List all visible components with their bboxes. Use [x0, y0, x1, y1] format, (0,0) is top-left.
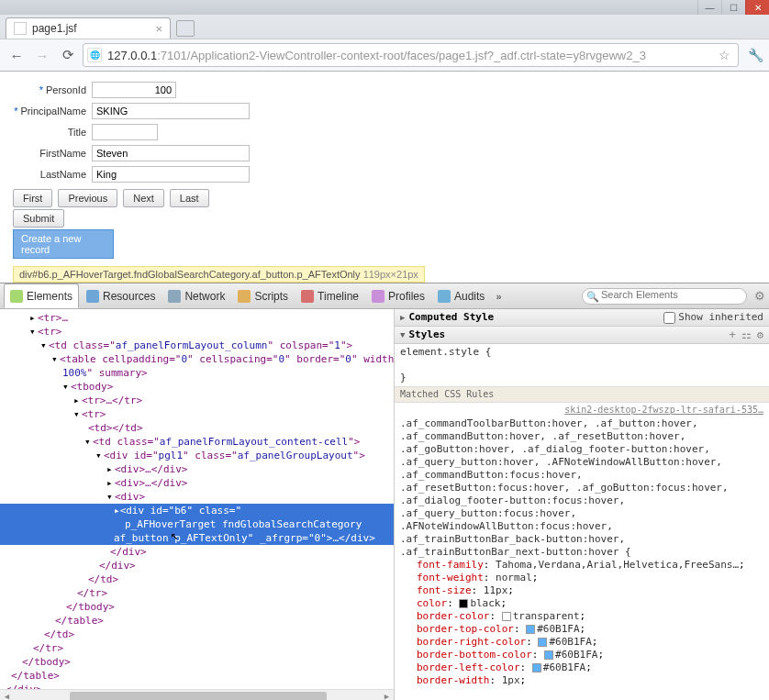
minimize-button[interactable]: — — [697, 0, 721, 15]
maximize-button[interactable]: ☐ — [721, 0, 745, 15]
devtools-tab-scripts[interactable]: Scripts — [232, 283, 294, 308]
show-inherited-checkbox[interactable]: Show inherited — [663, 311, 763, 324]
css-declaration[interactable]: border-top-color: #60B1FA; — [400, 623, 763, 636]
input-last-name[interactable] — [92, 166, 250, 183]
add-rule-icon[interactable]: + — [730, 328, 736, 341]
dom-selected-node[interactable]: ▸<div id="b6" class="p_AFHoverTarget fnd… — [0, 504, 394, 545]
css-selector: .af_resetButton:focus:hover, .af_goButto… — [400, 482, 763, 494]
browser-chrome: — ☐ ✕ page1.jsf × ← → ⟳ 🌐 127.0.0.1:7101… — [0, 0, 769, 72]
devtools-tab-network[interactable]: Network — [162, 283, 230, 308]
disclosure-triangle-icon[interactable]: ▶ — [400, 311, 405, 324]
timeline-icon — [301, 290, 314, 303]
css-declaration[interactable]: font-size: 11px; — [400, 584, 763, 597]
window-controls: — ☐ ✕ — [0, 0, 769, 15]
url-bar[interactable]: 🌐 127.0.0.1:7101/Application2-ViewContro… — [83, 43, 739, 67]
css-declaration[interactable]: border-bottom-color: #60B1FA; — [400, 649, 763, 661]
devtools-search-input[interactable]: 🔍 — [582, 288, 747, 305]
wrench-menu-icon[interactable]: 🔧 — [748, 48, 763, 62]
css-declaration[interactable]: font-weight: normal; — [400, 572, 763, 584]
css-declaration[interactable]: color: black; — [400, 597, 763, 610]
input-first-name[interactable] — [92, 145, 250, 161]
styles-section-header[interactable]: ▼ Styles + ⚏ ⚙ — [395, 327, 769, 344]
devtools-tab-elements[interactable]: Elements — [4, 283, 79, 308]
previous-button[interactable]: Previous — [58, 189, 117, 207]
scroll-thumb[interactable] — [70, 692, 327, 700]
resources-icon — [86, 290, 99, 303]
css-declaration[interactable]: border-left-color: #60B1FA; — [400, 661, 763, 674]
network-icon — [168, 290, 181, 303]
label-title: Title — [13, 127, 86, 138]
devtools-tab-profiles[interactable]: Profiles — [366, 283, 430, 308]
submit-button[interactable]: Submit — [13, 209, 64, 228]
input-person-id[interactable] — [92, 82, 176, 98]
devtools-tab-strip: Elements Resources Network Scripts Timel… — [0, 283, 769, 309]
horizontal-scrollbar[interactable]: ◀ ▶ — [0, 689, 394, 700]
label-first-name: FirstName — [13, 148, 86, 159]
css-declaration[interactable]: border-color: transparent; — [400, 610, 763, 623]
dom-tree[interactable]: ▸<tr>… ▾<tr> ▾<td class="af_panelFormLay… — [0, 309, 395, 700]
new-tab-button[interactable] — [176, 20, 195, 37]
css-selector: .af_trainButtonBar_next-button:hover { — [400, 546, 763, 559]
browser-tab[interactable]: page1.jsf × — [6, 17, 171, 39]
tab-close-icon[interactable]: × — [155, 22, 162, 36]
first-button[interactable]: First — [13, 189, 52, 207]
create-record-button[interactable]: Create a new record — [13, 229, 114, 259]
site-identity-icon[interactable]: 🌐 — [87, 48, 102, 62]
css-selector: .af_commandToolbarButton:hover, .af_butt… — [400, 417, 763, 430]
reload-button[interactable]: ⟳ — [57, 44, 79, 66]
css-selector: .af_commandButton:hover, .af_resetButton… — [400, 430, 763, 443]
css-selector: .af_dialog_footer-button:focus:hover, — [400, 494, 763, 507]
css-selector: .af_query_button:hover, .AFNoteWindowAll… — [400, 456, 763, 469]
page-body: PersonId PrincipalName Title FirstName L… — [0, 72, 769, 268]
devtools-tab-resources[interactable]: Resources — [81, 283, 161, 308]
toggle-state-icon[interactable]: ⚏ — [741, 328, 752, 341]
disclosure-triangle-icon[interactable]: ▼ — [400, 328, 405, 341]
label-principal-name: PrincipalName — [13, 106, 86, 117]
close-window-button[interactable]: ✕ — [745, 0, 769, 15]
devtools-panel: Elements Resources Network Scripts Timel… — [0, 283, 769, 700]
elements-icon — [10, 290, 23, 303]
devtools-tab-timeline[interactable]: Timeline — [295, 283, 364, 308]
profiles-icon — [372, 290, 384, 303]
label-person-id: PersonId — [13, 84, 86, 95]
devtools-tab-audits[interactable]: Audits — [432, 283, 490, 308]
scripts-icon — [238, 290, 251, 303]
css-selector: .af_goButton:hover, .af_dialog_footer-bu… — [400, 443, 763, 456]
css-declaration[interactable]: font-family: Tahoma,Verdana,Arial,Helvet… — [400, 559, 763, 572]
devtools-settings-icon[interactable]: ⚙ — [754, 289, 765, 303]
styles-panel[interactable]: ▶ Computed Style Show inherited ▼ Styles… — [395, 309, 769, 700]
tab-title: page1.jsf — [32, 22, 77, 35]
css-selector: .af_query_button:focus:hover, — [400, 507, 763, 520]
css-selector: .af_trainButtonBar_back-button:hover, — [400, 533, 763, 546]
css-selector: .af_commandButton:focus:hover, — [400, 469, 763, 482]
computed-style-header[interactable]: ▶ Computed Style Show inherited — [395, 309, 769, 327]
gear-icon[interactable]: ⚙ — [757, 328, 763, 341]
input-principal-name[interactable] — [92, 103, 250, 119]
browser-toolbar: ← → ⟳ 🌐 127.0.0.1:7101/Application2-View… — [0, 39, 769, 71]
bookmark-star-icon[interactable]: ☆ — [719, 48, 730, 62]
back-button[interactable]: ← — [6, 44, 28, 66]
next-button[interactable]: Next — [123, 189, 164, 207]
tabs-overflow-icon[interactable]: » — [496, 291, 501, 302]
tab-strip: page1.jsf × — [0, 15, 769, 39]
matched-rules-header: Matched CSS Rules — [395, 386, 769, 403]
scroll-left-icon[interactable]: ◀ — [0, 690, 14, 700]
css-declaration[interactable]: border-width: 1px; — [400, 674, 763, 687]
stylesheet-link[interactable]: skin2-desktop-2fwszp-ltr-safari-535… — [395, 403, 769, 417]
label-last-name: LastName — [13, 169, 86, 180]
audits-icon — [438, 290, 451, 303]
forward-button[interactable]: → — [31, 44, 53, 66]
last-button[interactable]: Last — [170, 189, 209, 207]
element-highlight-tooltip: div#b6.p_AFHoverTarget.fndGlobalSearchCa… — [13, 266, 425, 283]
url-text: 127.0.0.1:7101/Application2-ViewControll… — [107, 49, 715, 62]
scroll-right-icon[interactable]: ▶ — [380, 690, 394, 700]
search-icon: 🔍 — [586, 291, 599, 303]
css-declaration[interactable]: border-right-color: #60B1FA; — [400, 636, 763, 649]
css-selector: .AFNoteWindowAllButton:focus:hover, — [400, 520, 763, 533]
page-favicon — [14, 22, 27, 35]
input-title[interactable] — [92, 124, 158, 140]
